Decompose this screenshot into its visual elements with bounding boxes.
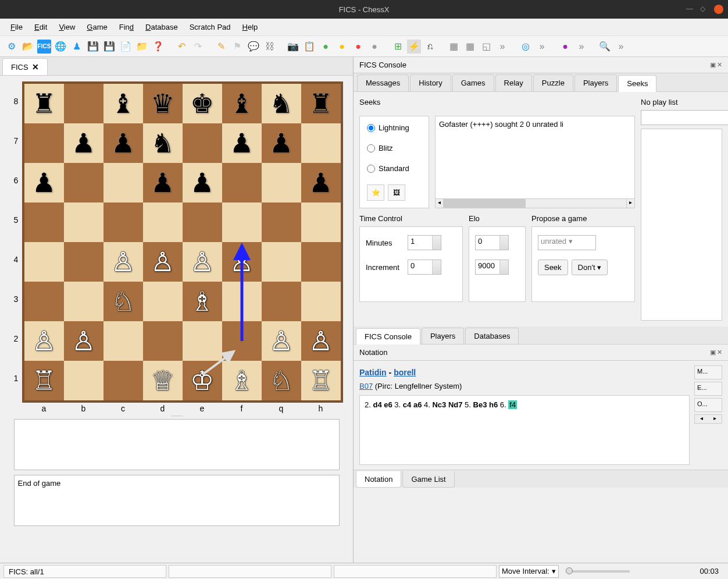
board3-icon[interactable]: ◱ xyxy=(479,40,493,54)
square[interactable]: ♝ xyxy=(104,84,143,123)
grey-circle-icon[interactable]: ● xyxy=(367,40,381,54)
square[interactable]: ♖ xyxy=(24,361,64,400)
noplay-input[interactable] xyxy=(641,110,728,125)
square[interactable]: ♗ xyxy=(183,282,222,321)
square[interactable] xyxy=(262,163,301,203)
square[interactable] xyxy=(24,123,64,163)
side-scrollbar[interactable]: ◂▸ xyxy=(694,414,722,424)
square[interactable]: ♛ xyxy=(143,84,183,123)
overflow1-icon[interactable]: » xyxy=(495,40,509,54)
folder-open-icon[interactable]: 📂 xyxy=(21,40,35,54)
edit-icon[interactable]: ✎ xyxy=(214,40,228,54)
subtab-databases[interactable]: Databases xyxy=(465,328,519,344)
panel-close-icon[interactable]: ✕ xyxy=(717,61,722,69)
increment-spinner[interactable]: 0 xyxy=(408,260,441,275)
square[interactable] xyxy=(143,321,183,361)
square[interactable]: ♞ xyxy=(143,123,183,163)
square[interactable] xyxy=(104,203,143,242)
square[interactable] xyxy=(24,282,64,321)
branch-icon[interactable]: ⎌ xyxy=(423,40,437,54)
red-circle-icon[interactable]: ● xyxy=(351,40,365,54)
square[interactable] xyxy=(24,203,64,242)
square[interactable] xyxy=(64,361,104,400)
square[interactable]: ♙ xyxy=(64,321,104,361)
square[interactable] xyxy=(64,203,104,242)
square[interactable] xyxy=(143,282,183,321)
square[interactable]: ♟ xyxy=(183,163,222,203)
square[interactable] xyxy=(262,242,301,282)
fics-tab-relay[interactable]: Relay xyxy=(495,74,532,91)
elo-low-spinner[interactable]: 0 xyxy=(475,235,509,250)
square[interactable]: ♟ xyxy=(262,123,301,163)
square[interactable]: ♖ xyxy=(301,361,341,400)
seek-button[interactable]: Seek xyxy=(538,260,568,275)
square[interactable]: ♟ xyxy=(143,163,183,203)
square[interactable] xyxy=(143,203,183,242)
save-icon[interactable]: 💾 xyxy=(86,40,100,54)
board1-icon[interactable]: ▦ xyxy=(447,40,461,54)
square[interactable] xyxy=(222,163,262,203)
radio-standard[interactable]: Standard xyxy=(367,164,422,173)
help-icon[interactable]: ❓ xyxy=(151,40,165,54)
menu-scratchpad[interactable]: Scratch Pad xyxy=(185,20,235,34)
square[interactable]: ♘ xyxy=(262,361,301,400)
folder-icon[interactable]: 📁 xyxy=(135,40,149,54)
square[interactable] xyxy=(104,321,143,361)
square[interactable]: ♝ xyxy=(222,84,262,123)
square[interactable] xyxy=(262,203,301,242)
fics-tab-players[interactable]: Players xyxy=(574,74,617,91)
green-circle-icon[interactable]: ● xyxy=(319,40,333,54)
globe-icon[interactable]: 🌐 xyxy=(53,40,67,54)
side-block-o[interactable]: O... xyxy=(694,398,722,412)
square[interactable] xyxy=(64,84,104,123)
magnify-icon[interactable]: 🔍 xyxy=(598,40,612,54)
subtab-players[interactable]: Players xyxy=(422,328,464,344)
yellow-circle-icon[interactable]: ● xyxy=(335,40,349,54)
square[interactable] xyxy=(183,321,222,361)
menu-help[interactable]: Help xyxy=(238,20,263,34)
square[interactable]: ♙ xyxy=(143,242,183,282)
square[interactable]: ♟ xyxy=(301,163,341,203)
gear-icon[interactable]: ⚙ xyxy=(5,40,19,54)
seek-list-scrollbar[interactable]: ◂▸ xyxy=(436,198,634,208)
square[interactable]: ♚ xyxy=(183,84,222,123)
chessboard[interactable]: ♜♝♛♚♝♞♜♟♟♞♟♟♟♟♟♟♙♙♙♙♘♗♙♙♙♙♖♕♔♗♘♖ xyxy=(22,81,343,403)
move-interval-combo[interactable]: Move Interval: ▾ xyxy=(499,565,559,578)
overflow4-icon[interactable]: » xyxy=(614,40,628,54)
fics-tab-seeks[interactable]: Seeks xyxy=(618,75,656,92)
player1-link[interactable]: Patidin xyxy=(359,368,387,377)
menu-game[interactable]: Game xyxy=(82,20,112,34)
square[interactable] xyxy=(222,203,262,242)
square[interactable]: ♔ xyxy=(183,361,222,400)
bottomtab-notation[interactable]: Notation xyxy=(356,471,401,488)
board2-icon[interactable]: ▦ xyxy=(463,40,477,54)
square[interactable] xyxy=(64,282,104,321)
upper-textarea[interactable] xyxy=(14,419,340,470)
panel-float-icon[interactable]: ▣ xyxy=(710,61,716,69)
square[interactable] xyxy=(301,203,341,242)
radio-lightning[interactable]: Lightning xyxy=(367,123,422,132)
grid-green-icon[interactable]: ⊞ xyxy=(391,40,405,54)
square[interactable]: ♟ xyxy=(64,123,104,163)
menu-edit[interactable]: Edit xyxy=(30,20,52,34)
square[interactable]: ♟ xyxy=(24,163,64,203)
square[interactable] xyxy=(222,282,262,321)
pic-button[interactable]: 🖼 xyxy=(388,184,405,201)
square[interactable]: ♙ xyxy=(301,321,341,361)
elo-high-spinner[interactable]: 9000 xyxy=(475,260,509,275)
fics-tab-messages[interactable]: Messages xyxy=(357,74,409,91)
overflow2-icon[interactable]: » xyxy=(535,40,549,54)
square[interactable] xyxy=(301,242,341,282)
piece-icon[interactable]: ♟ xyxy=(70,40,84,54)
square[interactable]: ♙ xyxy=(262,321,301,361)
square[interactable] xyxy=(104,163,143,203)
analysis-icon[interactable]: ⛓ xyxy=(263,40,277,54)
notation-float-icon[interactable]: ▣ xyxy=(710,349,716,356)
minimize-button[interactable]: — xyxy=(686,5,695,14)
square[interactable] xyxy=(64,242,104,282)
square[interactable]: ♙ xyxy=(222,242,262,282)
square[interactable]: ♟ xyxy=(104,123,143,163)
square[interactable] xyxy=(262,282,301,321)
moves-area[interactable]: 2. d4 e6 3. c4 a6 4. Nc3 Nd7 5. Be3 h6 6… xyxy=(359,395,690,465)
noplay-list[interactable] xyxy=(641,129,722,321)
